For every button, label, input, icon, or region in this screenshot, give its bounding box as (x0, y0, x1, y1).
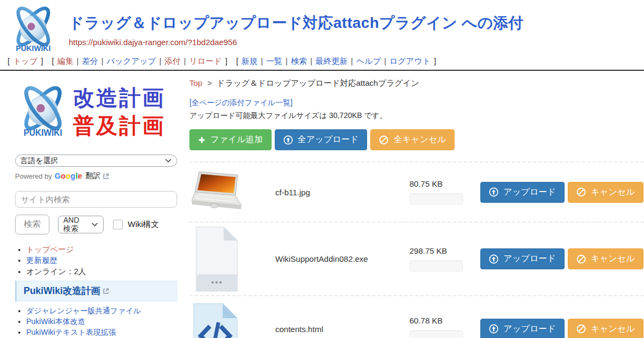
list-item: トップページ (26, 245, 177, 254)
wiki-syntax-label: Wiki構文 (128, 219, 159, 230)
external-link-icon (103, 173, 109, 180)
file-name: contents.html (275, 325, 409, 334)
sidebar-section-pukiwiki-kaizou[interactable]: PukiWiki改造計画 (15, 281, 177, 302)
file-name: cf-b11.jpg (275, 188, 409, 197)
chevron-down-icon (165, 158, 172, 163)
top-navigation: [トップ] [編集|差分|バックアップ|添付|リロード] [新規|一覧|検索|最… (0, 54, 644, 70)
cancel-circle-icon (379, 135, 389, 145)
nav-item-top[interactable]: トップ (13, 56, 38, 65)
pukiwiki-atom-logo[interactable]: PUKIWIKI (6, 5, 60, 54)
logo-wordmark: PUKIWIKI (24, 128, 62, 137)
header-text-block: ドラッグ＆ドロップアップロード対応attachプラグイン への添付 https:… (69, 5, 524, 47)
sidebar-item-common-files[interactable]: ダジャレンジャー版共通ファイル (26, 306, 141, 315)
max-upload-size-note: アップロード可能最大ファイルサイズは 30,720KB です。 (189, 111, 644, 121)
sidebar-item-top-page[interactable]: トップページ (26, 245, 74, 254)
chevron-down-icon (91, 222, 98, 227)
language-select[interactable]: 言語を選択 (15, 155, 177, 167)
nav-bracket: ] (41, 56, 43, 65)
list-item: 更新履歴 (26, 256, 177, 265)
banner-kaizou-text: 改造計画 (73, 84, 165, 112)
powered-by-prefix: Powered by (15, 172, 52, 180)
upload-button[interactable]: アップロード (480, 182, 565, 203)
nav-item-attach[interactable]: 添付 (165, 56, 181, 65)
search-controls: 検索 AND検索 Wiki構文 (15, 215, 177, 234)
page-url: https://pukiwiki.dajya-ranger.com/?1bd2d… (69, 38, 524, 47)
generic-file-icon (191, 225, 242, 293)
upload-button[interactable]: アップロード (480, 248, 565, 269)
nav-bracket: [ (8, 56, 10, 65)
logo-wordmark: PUKIWIKI (16, 44, 51, 53)
upload-file-list: cf-b11.jpg 80.75 KB アップロード (189, 161, 644, 338)
nav-item-new[interactable]: 新規 (241, 56, 258, 65)
nav-item-recent[interactable]: 最終更新 (316, 56, 348, 65)
banner-fukyuu-text: 普及計画 (73, 112, 165, 139)
file-size: 298.75 KB (409, 246, 473, 255)
laptop-photo-thumbnail (191, 170, 244, 214)
cancel-circle-icon (576, 254, 586, 264)
upload-all-button[interactable]: 全アップロード (275, 129, 368, 150)
search-button[interactable]: 検索 (15, 215, 49, 234)
nav-item-diff[interactable]: 差分 (82, 56, 98, 65)
upload-circle-icon (489, 254, 499, 264)
table-row: WikiSupportAddin082.exe 298.75 KB アップロード (189, 222, 644, 295)
sidebar-item-text-ext[interactable]: PukiWikiテキスト表現拡張 (26, 328, 116, 336)
sidebar-site-links: ダジャレンジャー版共通ファイル PukiWiki本体改造 PukiWikiテキス… (15, 307, 177, 338)
breadcrumb-home[interactable]: Top (189, 78, 202, 87)
list-item: PukiWiki本体改造 (26, 318, 177, 326)
language-select-value: 言語を選択 (20, 156, 58, 166)
cancel-circle-icon (576, 187, 586, 197)
wiki-syntax-checkbox[interactable] (113, 219, 123, 230)
cancel-button[interactable]: キャンセル (568, 319, 643, 338)
sidebar-item-body-mod[interactable]: PukiWiki本体改造 (26, 317, 85, 326)
list-item: PukiWikiテキスト表現拡張 (26, 328, 177, 337)
nav-item-backup[interactable]: バックアップ (107, 56, 156, 65)
nav-item-edit[interactable]: 編集 (57, 56, 74, 65)
breadcrumb-current: ドラッグ＆ドロップアップロード対応attachプラグイン (217, 78, 419, 87)
pukiwiki-atom-icon: PUKIWIKI (15, 82, 71, 142)
cancel-button[interactable]: キャンセル (568, 248, 643, 269)
section-title: PukiWiki改造計画 (24, 284, 100, 297)
nav-item-list[interactable]: 一覧 (266, 56, 282, 65)
all-pages-attach-list-link[interactable]: [全ページの添付ファイル一覧] (189, 98, 292, 108)
upload-progress-bar (409, 193, 463, 205)
upload-circle-icon (489, 187, 499, 197)
translate-link[interactable]: 翻訳 (85, 171, 100, 181)
upload-circle-icon (489, 324, 499, 334)
nav-item-search[interactable]: 検索 (291, 56, 307, 65)
nav-item-reload[interactable]: リロード (189, 56, 222, 65)
file-size: 80.75 KB (409, 179, 473, 188)
cancel-button[interactable]: キャンセル (568, 182, 643, 203)
page-header: PUKIWIKI ドラッグ＆ドロップアップロード対応attachプラグイン への… (0, 0, 644, 54)
breadcrumb-separator: > (207, 78, 212, 87)
nav-item-logout[interactable]: ログアウト (390, 56, 431, 65)
breadcrumb: Top>ドラッグ＆ドロップアップロード対応attachプラグイン (189, 78, 644, 89)
add-files-button[interactable]: ファイル追加 (189, 129, 272, 150)
page-title: ドラッグ＆ドロップアップロード対応attachプラグイン への添付 (69, 13, 524, 33)
search-mode-value: AND検索 (63, 216, 86, 234)
nav-item-help[interactable]: ヘルプ (356, 56, 381, 65)
site-search-input[interactable] (15, 191, 177, 208)
search-mode-select[interactable]: AND検索 (58, 216, 104, 233)
main-content: Top>ドラッグ＆ドロップアップロード対応attachプラグイン [全ページの添… (185, 71, 644, 338)
file-name: WikiSupportAddin082.exe (275, 254, 409, 263)
sidebar-banner-image[interactable]: PUKIWIKI 改造計画 普及計画 (15, 82, 177, 142)
table-row: contents.html 60.78 KB アップロード (189, 295, 644, 338)
upload-action-bar: ファイル追加 全アップロード 全キャンセル (189, 129, 644, 150)
cancel-all-button[interactable]: 全キャンセル (370, 129, 455, 150)
list-item: ダジャレンジャー版共通ファイル (26, 307, 177, 315)
online-users-count: オンライン：2人 (26, 267, 86, 276)
cancel-circle-icon (576, 324, 586, 334)
table-row: cf-b11.jpg 80.75 KB アップロード (189, 161, 644, 222)
powered-by-google: Powered by Google 翻訳 (15, 171, 177, 181)
code-file-icon (191, 299, 240, 338)
external-link-icon (103, 288, 109, 295)
upload-circle-icon (283, 135, 293, 145)
google-wordmark: Google (55, 172, 83, 180)
sidebar: PUKIWIKI 改造計画 普及計画 言語を選択 Powered by Goog… (0, 71, 185, 338)
list-item: オンライン：2人 (26, 267, 177, 276)
sidebar-item-update-history[interactable]: 更新履歴 (26, 256, 57, 264)
plus-icon (198, 136, 206, 144)
upload-button[interactable]: アップロード (480, 319, 565, 338)
upload-progress-bar (409, 260, 463, 272)
upload-progress-bar (409, 330, 463, 338)
